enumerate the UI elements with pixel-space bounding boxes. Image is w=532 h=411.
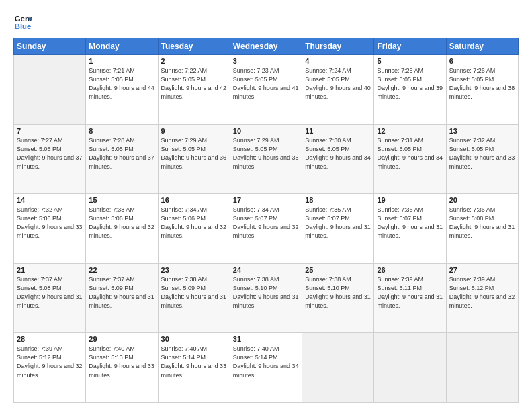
calendar-day-cell: 6Sunrise: 7:26 AMSunset: 5:05 PMDaylight… [446,55,518,125]
day-info: Sunrise: 7:35 AMSunset: 5:07 PMDaylight:… [305,205,371,240]
calendar-day-cell: 9Sunrise: 7:29 AMSunset: 5:05 PMDaylight… [158,124,230,194]
day-number: 13 [449,127,515,135]
day-number: 23 [161,266,227,274]
day-info: Sunrise: 7:34 AMSunset: 5:07 PMDaylight:… [233,205,299,240]
weekday-header-cell: Saturday [446,38,518,55]
day-number: 28 [17,335,83,343]
day-number: 18 [305,196,371,204]
calendar-day-cell: 20Sunrise: 7:36 AMSunset: 5:08 PMDayligh… [446,194,518,264]
calendar-day-cell: 19Sunrise: 7:36 AMSunset: 5:07 PMDayligh… [374,194,446,264]
day-info: Sunrise: 7:32 AMSunset: 5:05 PMDaylight:… [449,136,515,171]
day-info: Sunrise: 7:36 AMSunset: 5:07 PMDaylight:… [377,205,443,240]
logo: General Blue [13,12,35,31]
calendar-day-cell: 1Sunrise: 7:21 AMSunset: 5:05 PMDaylight… [86,55,158,125]
calendar-day-cell: 14Sunrise: 7:32 AMSunset: 5:06 PMDayligh… [14,194,86,264]
day-number: 22 [89,266,154,274]
day-number: 8 [89,127,154,135]
calendar-day-cell: 25Sunrise: 7:38 AMSunset: 5:10 PMDayligh… [302,263,374,333]
day-info: Sunrise: 7:39 AMSunset: 5:12 PMDaylight:… [449,275,515,310]
day-number: 16 [161,196,227,204]
calendar-day-cell: 21Sunrise: 7:37 AMSunset: 5:08 PMDayligh… [14,263,86,333]
calendar-day-cell: 28Sunrise: 7:39 AMSunset: 5:12 PMDayligh… [14,333,86,403]
calendar-day-cell: 22Sunrise: 7:37 AMSunset: 5:09 PMDayligh… [86,263,158,333]
day-number: 24 [233,266,299,274]
calendar-table: SundayMondayTuesdayWednesdayThursdayFrid… [13,38,519,403]
calendar-day-cell: 23Sunrise: 7:38 AMSunset: 5:09 PMDayligh… [158,263,230,333]
day-info: Sunrise: 7:30 AMSunset: 5:05 PMDaylight:… [305,136,371,171]
day-info: Sunrise: 7:22 AMSunset: 5:05 PMDaylight:… [161,66,227,101]
day-number: 6 [449,57,515,65]
day-number: 4 [305,57,371,65]
day-number: 27 [449,266,515,274]
weekday-header-cell: Wednesday [230,38,302,55]
calendar-day-cell: 24Sunrise: 7:38 AMSunset: 5:10 PMDayligh… [230,263,302,333]
day-info: Sunrise: 7:38 AMSunset: 5:09 PMDaylight:… [161,275,227,310]
weekday-header-cell: Friday [374,38,446,55]
calendar-day-cell: 13Sunrise: 7:32 AMSunset: 5:05 PMDayligh… [446,124,518,194]
day-number: 17 [233,196,299,204]
calendar-day-cell: 10Sunrise: 7:29 AMSunset: 5:05 PMDayligh… [230,124,302,194]
day-info: Sunrise: 7:39 AMSunset: 5:11 PMDaylight:… [377,275,443,310]
day-info: Sunrise: 7:34 AMSunset: 5:06 PMDaylight:… [161,205,227,240]
calendar-day-cell [14,55,86,125]
svg-text:Blue: Blue [15,22,32,30]
day-info: Sunrise: 7:27 AMSunset: 5:05 PMDaylight:… [17,136,83,171]
day-number: 26 [377,266,443,274]
calendar-day-cell: 27Sunrise: 7:39 AMSunset: 5:12 PMDayligh… [446,263,518,333]
day-info: Sunrise: 7:28 AMSunset: 5:05 PMDaylight:… [89,136,154,171]
day-info: Sunrise: 7:40 AMSunset: 5:13 PMDaylight:… [89,345,154,379]
weekday-header-cell: Thursday [302,38,374,55]
calendar-day-cell: 8Sunrise: 7:28 AMSunset: 5:05 PMDaylight… [86,124,158,194]
weekday-header-cell: Monday [86,38,158,55]
calendar-week-row: 28Sunrise: 7:39 AMSunset: 5:12 PMDayligh… [14,333,519,403]
day-info: Sunrise: 7:36 AMSunset: 5:08 PMDaylight:… [449,205,515,240]
day-info: Sunrise: 7:29 AMSunset: 5:05 PMDaylight:… [233,136,299,171]
day-info: Sunrise: 7:23 AMSunset: 5:05 PMDaylight:… [233,66,299,101]
calendar-day-cell: 12Sunrise: 7:31 AMSunset: 5:05 PMDayligh… [374,124,446,194]
calendar-day-cell: 31Sunrise: 7:40 AMSunset: 5:14 PMDayligh… [230,333,302,403]
day-number: 3 [233,57,299,65]
day-info: Sunrise: 7:38 AMSunset: 5:10 PMDaylight:… [233,275,299,310]
header: General Blue [13,12,519,31]
day-info: Sunrise: 7:39 AMSunset: 5:12 PMDaylight:… [17,345,83,379]
day-number: 29 [89,335,154,343]
calendar-day-cell: 26Sunrise: 7:39 AMSunset: 5:11 PMDayligh… [374,263,446,333]
day-number: 7 [17,127,83,135]
weekday-header-cell: Sunday [14,38,86,55]
calendar-day-cell: 5Sunrise: 7:25 AMSunset: 5:05 PMDaylight… [374,55,446,125]
calendar-day-cell [374,333,446,403]
calendar-day-cell: 15Sunrise: 7:33 AMSunset: 5:06 PMDayligh… [86,194,158,264]
day-number: 30 [161,335,227,343]
day-info: Sunrise: 7:25 AMSunset: 5:05 PMDaylight:… [377,66,443,101]
day-number: 12 [377,127,443,135]
day-number: 9 [161,127,227,135]
calendar-day-cell: 30Sunrise: 7:40 AMSunset: 5:14 PMDayligh… [158,333,230,403]
page: General Blue SundayMondayTuesdayWednesda… [0,0,532,411]
calendar-day-cell: 18Sunrise: 7:35 AMSunset: 5:07 PMDayligh… [302,194,374,264]
calendar-day-cell [302,333,374,403]
day-info: Sunrise: 7:33 AMSunset: 5:06 PMDaylight:… [89,205,154,240]
calendar-day-cell: 7Sunrise: 7:27 AMSunset: 5:05 PMDaylight… [14,124,86,194]
day-info: Sunrise: 7:37 AMSunset: 5:09 PMDaylight:… [89,275,154,310]
day-number: 20 [449,196,515,204]
day-info: Sunrise: 7:21 AMSunset: 5:05 PMDaylight:… [89,66,154,101]
day-number: 1 [89,57,154,65]
day-number: 15 [89,196,154,204]
calendar-day-cell [446,333,518,403]
day-number: 25 [305,266,371,274]
day-number: 5 [377,57,443,65]
calendar-day-cell: 17Sunrise: 7:34 AMSunset: 5:07 PMDayligh… [230,194,302,264]
calendar-day-cell: 16Sunrise: 7:34 AMSunset: 5:06 PMDayligh… [158,194,230,264]
day-info: Sunrise: 7:37 AMSunset: 5:08 PMDaylight:… [17,275,83,310]
day-info: Sunrise: 7:24 AMSunset: 5:05 PMDaylight:… [305,66,371,101]
calendar-week-row: 14Sunrise: 7:32 AMSunset: 5:06 PMDayligh… [14,194,519,264]
day-info: Sunrise: 7:31 AMSunset: 5:05 PMDaylight:… [377,136,443,171]
calendar-week-row: 1Sunrise: 7:21 AMSunset: 5:05 PMDaylight… [14,55,519,125]
day-info: Sunrise: 7:40 AMSunset: 5:14 PMDaylight:… [161,345,227,379]
calendar-day-cell: 29Sunrise: 7:40 AMSunset: 5:13 PMDayligh… [86,333,158,403]
day-number: 19 [377,196,443,204]
calendar-day-cell: 2Sunrise: 7:22 AMSunset: 5:05 PMDaylight… [158,55,230,125]
calendar-body: 1Sunrise: 7:21 AMSunset: 5:05 PMDaylight… [14,55,519,403]
calendar-week-row: 21Sunrise: 7:37 AMSunset: 5:08 PMDayligh… [14,263,519,333]
calendar-day-cell: 11Sunrise: 7:30 AMSunset: 5:05 PMDayligh… [302,124,374,194]
